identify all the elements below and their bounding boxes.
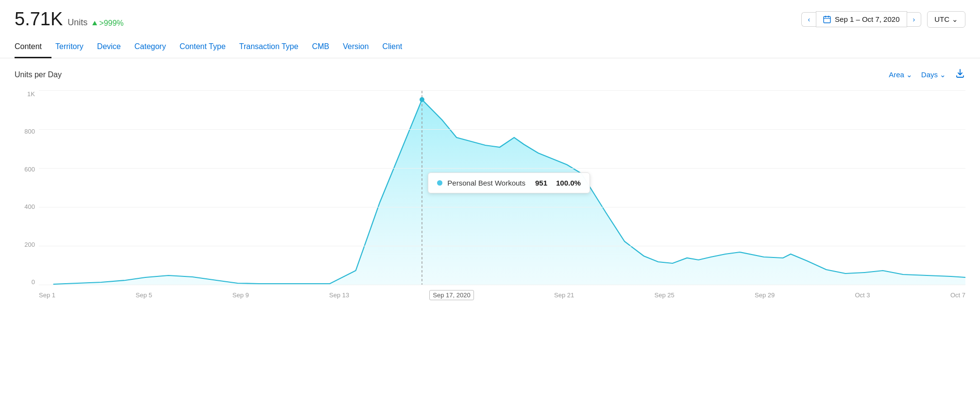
chart-header: Units per Day Area ⌄ Days ⌄ [15, 68, 965, 81]
download-icon [955, 68, 965, 79]
x-axis: Sep 1 Sep 5 Sep 9 Sep 13 Sep 17, 2020 Se… [39, 285, 965, 305]
y-label-0: 0 [15, 279, 39, 285]
x-label-oct7: Oct 7 [950, 291, 965, 299]
area-label: Area [889, 70, 904, 79]
timezone-label: UTC [934, 15, 949, 23]
grid-line-400 [39, 207, 965, 207]
units-change-value: >999% [99, 19, 123, 28]
grid-line-1k [39, 90, 965, 91]
x-label-sep1: Sep 1 [39, 291, 55, 299]
x-label-sep13: Sep 13 [329, 291, 349, 299]
x-label-sep25: Sep 25 [655, 291, 675, 299]
y-label-1k: 1K [15, 91, 39, 97]
chevron-down-icon: ⌄ [906, 70, 912, 79]
trend-up-icon [92, 21, 97, 25]
units-change: >999% [92, 19, 123, 28]
date-nav: ‹ Sep 1 – Oct 7, 2020 › [801, 11, 921, 27]
calendar-icon [823, 16, 831, 23]
x-label-sep17: Sep 17, 2020 [429, 290, 473, 300]
chart-title: Units per Day [15, 70, 62, 79]
y-label-600: 600 [15, 166, 39, 172]
tooltip-value: 951 [535, 179, 547, 187]
header-left: 5.71K Units >999% [15, 9, 124, 30]
prev-date-button[interactable]: ‹ [801, 12, 816, 27]
y-axis: 0 200 400 600 800 1K [15, 91, 39, 285]
tab-territory[interactable]: Territory [55, 35, 93, 58]
x-label-sep9: Sep 9 [233, 291, 249, 299]
x-label-sep21: Sep 21 [554, 291, 574, 299]
y-label-200: 200 [15, 241, 39, 248]
svg-rect-0 [824, 17, 830, 23]
grid-line-600 [39, 168, 965, 169]
days-label: Days [921, 70, 938, 79]
tab-device[interactable]: Device [97, 35, 131, 58]
tooltip-series-name: Personal Best Workouts [447, 179, 525, 187]
tab-content[interactable]: Content [15, 35, 51, 58]
header: 5.71K Units >999% ‹ Sep 1 – Oct 7, 2020 … [0, 0, 980, 35]
tab-cmb[interactable]: CMB [312, 35, 339, 58]
chart-section: Units per Day Area ⌄ Days ⌄ 0 200 400 [0, 58, 980, 309]
tooltip: Personal Best Workouts 951 100.0% [428, 172, 590, 193]
next-date-button[interactable]: › [907, 12, 922, 27]
x-label-sep29: Sep 29 [755, 291, 775, 299]
tab-category[interactable]: Category [135, 35, 176, 58]
chart-container: 0 200 400 600 800 1K [15, 91, 965, 305]
chevron-down-icon: ⌄ [940, 70, 946, 79]
chevron-down-icon: ⌄ [952, 15, 958, 24]
grid-line-800 [39, 129, 965, 130]
days-button[interactable]: Days ⌄ [921, 70, 946, 79]
y-label-400: 400 [15, 204, 39, 210]
chart-controls: Area ⌄ Days ⌄ [889, 68, 965, 81]
units-label: Units [68, 17, 87, 28]
units-value: 5.71K [15, 9, 63, 30]
x-label-sep5: Sep 5 [135, 291, 152, 299]
timezone-button[interactable]: UTC ⌄ [927, 11, 965, 28]
x-label-oct3: Oct 3 [855, 291, 870, 299]
y-label-800: 800 [15, 128, 39, 135]
date-range-button[interactable]: Sep 1 – Oct 7, 2020 [816, 11, 907, 27]
date-range-label: Sep 1 – Oct 7, 2020 [835, 15, 899, 23]
tab-transaction-type[interactable]: Transaction Type [239, 35, 308, 58]
tabs-bar: Content Territory Device Category Conten… [0, 35, 980, 58]
header-right: ‹ Sep 1 – Oct 7, 2020 › UTC ⌄ [801, 11, 965, 28]
tab-client[interactable]: Client [382, 35, 412, 58]
download-button[interactable] [955, 68, 965, 81]
tab-content-type[interactable]: Content Type [180, 35, 236, 58]
tooltip-percentage: 100.0% [556, 179, 581, 187]
area-view-button[interactable]: Area ⌄ [889, 70, 912, 79]
tooltip-dot [437, 180, 442, 186]
chart-area: Personal Best Workouts 951 100.0% [39, 91, 965, 285]
tab-version[interactable]: Version [343, 35, 378, 58]
grid-line-200 [39, 246, 965, 246]
